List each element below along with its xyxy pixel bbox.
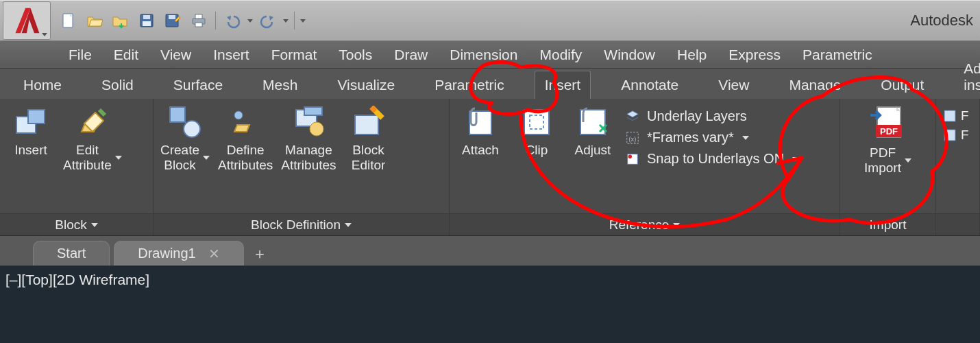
add-tab-button[interactable]: ＋ <box>248 242 271 265</box>
menu-draw[interactable]: Draw <box>394 47 428 63</box>
create-block-label: Create Block <box>160 143 210 173</box>
redo-dropdown[interactable] <box>282 19 290 23</box>
chevron-down-icon <box>115 156 122 160</box>
svg-rect-7 <box>195 14 202 19</box>
ribbon: Insert Edit Attribute Block Create Block… <box>0 99 980 236</box>
snap-underlays-button[interactable]: Snap to Underlays ON <box>625 151 799 167</box>
ribbon-tab-solid[interactable]: Solid <box>92 71 143 99</box>
ribbon-tab-manage[interactable]: Manage <box>779 71 850 99</box>
pdf-import-button[interactable]: PDF PDF Import <box>864 106 912 176</box>
ribbon-tab-home[interactable]: Home <box>14 71 71 99</box>
separator <box>215 12 216 29</box>
svg-text:(x): (x) <box>629 135 637 142</box>
undo-dropdown[interactable] <box>246 19 254 23</box>
svg-point-25 <box>628 154 633 158</box>
svg-rect-3 <box>143 21 151 26</box>
underlay-layers-button[interactable]: Underlay Layers <box>625 108 799 124</box>
panel-import-title[interactable]: Import <box>840 213 935 235</box>
menu-parametric[interactable]: Parametric <box>803 47 872 63</box>
svg-rect-5 <box>169 15 175 19</box>
menu-file[interactable]: File <box>69 47 92 63</box>
qat-customize-dropdown[interactable] <box>299 19 307 23</box>
menu-insert[interactable]: Insert <box>213 47 249 63</box>
menu-format[interactable]: Format <box>271 47 317 63</box>
insert-block-label: Insert <box>14 143 47 158</box>
chevron-down-icon <box>203 156 210 160</box>
title-bar: Autodesk <box>0 0 980 41</box>
svg-rect-2 <box>143 15 150 19</box>
menu-window[interactable]: Window <box>604 47 655 63</box>
doc-tab-start[interactable]: Start <box>33 241 110 265</box>
svg-rect-18 <box>469 111 491 134</box>
svg-rect-11 <box>170 107 185 122</box>
ribbon-tab-surface[interactable]: Surface <box>164 71 232 99</box>
insert-block-button[interactable]: Insert <box>7 106 55 158</box>
pdf-file-icon: PDF <box>869 106 907 141</box>
qat-open-cloud-button[interactable] <box>108 10 133 32</box>
panel-block: Insert Edit Attribute Block <box>0 99 154 235</box>
menu-tools[interactable]: Tools <box>339 47 372 63</box>
svg-rect-10 <box>28 110 45 123</box>
menu-view[interactable]: View <box>160 47 191 63</box>
svg-rect-17 <box>355 115 378 134</box>
truncated-item-1[interactable]: F <box>943 108 969 123</box>
quick-access-toolbar <box>53 10 310 32</box>
model-viewport[interactable]: [–][Top][2D Wireframe] <box>0 266 980 343</box>
underlay-layers-label: Underlay Layers <box>647 108 747 124</box>
ribbon-tab-mesh[interactable]: Mesh <box>253 71 307 99</box>
truncated-item-2[interactable]: F <box>943 128 969 143</box>
adjust-button[interactable]: Adjust <box>569 106 617 158</box>
viewport-controls-label[interactable]: [–][Top][2D Wireframe] <box>5 272 149 287</box>
edit-attribute-label: Edit Attribute <box>63 143 122 173</box>
qat-undo-button[interactable] <box>220 10 245 32</box>
qat-saveas-button[interactable] <box>160 10 185 32</box>
ribbon-tab-output[interactable]: Output <box>871 71 933 99</box>
ribbon-tab-strip: Home Solid Surface Mesh Visualize Parame… <box>0 69 980 99</box>
svg-point-12 <box>184 121 200 137</box>
manage-attributes-label: Manage Attributes <box>281 143 336 173</box>
ribbon-tab-addins[interactable]: Add-ins <box>954 55 980 99</box>
chevron-down-icon <box>673 223 680 227</box>
block-editor-label: Block Editor <box>352 143 386 173</box>
ribbon-tab-parametric[interactable]: Parametric <box>425 71 514 99</box>
application-menu-button[interactable] <box>3 1 51 40</box>
chevron-down-icon <box>792 157 799 161</box>
svg-rect-30 <box>944 130 955 141</box>
ribbon-tab-visualize[interactable]: Visualize <box>328 71 404 99</box>
attach-label: Attach <box>462 143 499 158</box>
document-tab-bar: Start Drawing1 ✕ ＋ <box>0 236 980 266</box>
qat-print-button[interactable] <box>186 10 211 32</box>
svg-rect-19 <box>524 110 549 134</box>
qat-save-button[interactable] <box>134 10 159 32</box>
block-editor-button[interactable]: Block Editor <box>345 106 393 173</box>
pdf-import-label: PDF Import <box>864 145 911 176</box>
frames-vary-button[interactable]: (x) *Frames vary* <box>625 130 799 145</box>
ribbon-tab-annotate[interactable]: Annotate <box>611 71 688 99</box>
ribbon-tab-view[interactable]: View <box>709 71 759 99</box>
panel-reference-title[interactable]: Reference <box>450 213 840 235</box>
define-attributes-label: Define Attributes <box>218 143 273 173</box>
close-icon[interactable]: ✕ <box>208 246 220 262</box>
manage-attributes-button[interactable]: Manage Attributes <box>281 106 336 173</box>
attach-button[interactable]: Attach <box>456 106 504 158</box>
svg-rect-15 <box>304 107 322 115</box>
ribbon-tab-insert[interactable]: Insert <box>535 71 591 99</box>
doc-tab-drawing1[interactable]: Drawing1 ✕ <box>114 241 243 265</box>
edit-attribute-button[interactable]: Edit Attribute <box>63 106 122 173</box>
menu-modify[interactable]: Modify <box>539 47 582 63</box>
qat-new-button[interactable] <box>56 10 81 32</box>
define-attributes-button[interactable]: Define Attributes <box>218 106 273 173</box>
create-block-button[interactable]: Create Block <box>160 106 210 173</box>
adjust-label: Adjust <box>575 143 611 158</box>
qat-open-button[interactable] <box>82 10 107 32</box>
menu-edit[interactable]: Edit <box>114 47 138 63</box>
menu-dimension[interactable]: Dimension <box>450 47 517 63</box>
qat-redo-button[interactable] <box>256 10 280 32</box>
panel-block-title[interactable]: Block <box>0 213 153 235</box>
panel-blockdef-title[interactable]: Block Definition <box>154 213 449 235</box>
menu-help[interactable]: Help <box>677 47 707 63</box>
menu-express[interactable]: Express <box>728 47 781 63</box>
svg-text:PDF: PDF <box>880 126 898 137</box>
clip-button[interactable]: Clip <box>513 106 561 158</box>
chevron-down-icon <box>42 33 47 36</box>
